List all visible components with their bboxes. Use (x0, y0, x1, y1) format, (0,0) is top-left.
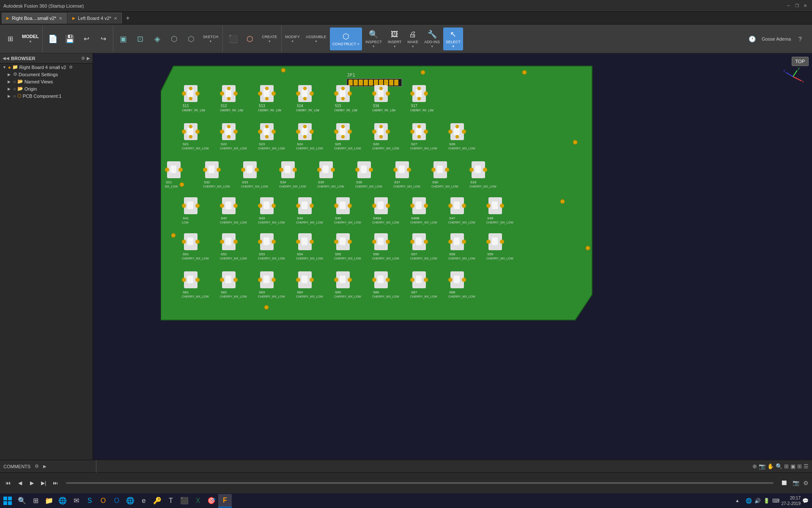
tray-icon-2[interactable]: 🔊 (754, 498, 761, 504)
camera-icon[interactable]: 📷 (759, 463, 765, 469)
tab-close-right[interactable]: ✕ (59, 16, 62, 21)
minimize-button[interactable]: ─ (785, 3, 792, 9)
start-button[interactable] (0, 493, 15, 508)
timeline-bar[interactable] (66, 482, 774, 484)
taskbar-show-desktop-button[interactable]: ▲ (730, 494, 744, 508)
make-dropdown[interactable]: 🖨 MAKE ▼ (405, 28, 421, 50)
tree-named-views[interactable]: ▶ ○ 📂 Named Views (0, 78, 93, 85)
help-button[interactable]: ? (794, 33, 806, 45)
display-mode-icon[interactable]: ▣ (790, 463, 796, 469)
zoom-icon[interactable]: 🔍 (776, 463, 782, 469)
app-grid-button[interactable]: ⊞ (3, 28, 18, 50)
step-forward-button[interactable]: ▶| (39, 478, 48, 488)
pan-icon[interactable]: ✋ (767, 463, 774, 469)
grid-toggle-icon[interactable]: ⊞ (797, 463, 802, 469)
tab-right-board[interactable]: ▶ Right Boa....small v2* ✕ (2, 13, 67, 24)
timeline-settings-button[interactable]: ⚙ (803, 480, 809, 486)
construct-dropdown[interactable]: ⬡ CONSTRUCT > (330, 28, 362, 50)
tree-doc-settings[interactable]: ▶ ⚙ Document Settings (0, 71, 93, 78)
comments-settings-icon[interactable]: ⚙ (35, 464, 39, 469)
tree-root[interactable]: ▼ ● 📁 Right Board 4 small v2 ⚙ (0, 64, 93, 71)
taskbar-file-manager-button[interactable]: 📁 (42, 494, 56, 508)
notification-button[interactable]: 💬 (802, 498, 809, 504)
taskbar-office-button[interactable]: O (96, 494, 110, 508)
browser-settings-icon[interactable]: ⚙ (81, 56, 85, 61)
svg-text:S47: S47 (449, 216, 455, 220)
redo-button[interactable]: ↪ (96, 28, 111, 50)
taskbar-minecraft-button[interactable]: ⬛ (178, 494, 191, 508)
taskbar-mail-button[interactable]: ✉ (69, 494, 83, 508)
insert-dropdown[interactable]: 🖼 INSERT ▼ (385, 28, 404, 50)
sketch-btn-1[interactable]: ▣ (116, 28, 131, 50)
pcb-vis-icon[interactable]: ○ (13, 94, 16, 99)
browser-collapse-icon[interactable]: ◀◀ (3, 56, 9, 61)
create-btn-1[interactable]: ⬛ (225, 28, 241, 50)
taskbar-outlook-button[interactable]: O (110, 494, 123, 508)
orbit-icon[interactable]: ⊕ (752, 463, 757, 469)
model-selector[interactable]: MODEL ▼ (19, 26, 43, 52)
tree-origin[interactable]: ▶ ○ 📂 Origin (0, 85, 93, 92)
create-btn-2[interactable]: ⬡ (242, 28, 258, 50)
restore-button[interactable]: ❐ (793, 3, 800, 9)
taskbar-excel-button[interactable]: X (191, 494, 205, 508)
svg-point-153 (255, 168, 259, 172)
taskbar-search-button[interactable]: 🔍 (15, 494, 29, 508)
sketch-btn-5[interactable]: ⬡ (184, 28, 199, 50)
sketch-btn-4[interactable]: ⬡ (167, 28, 182, 50)
svg-text:CHERRY_MX_LOW: CHERRY_MX_LOW (220, 109, 244, 112)
taskbar-fusion-button[interactable]: F (218, 494, 232, 508)
named-views-vis-icon[interactable]: ○ (13, 79, 16, 84)
svg-point-95 (265, 135, 269, 138)
tray-icon-3[interactable]: 🔋 (763, 498, 770, 504)
taskbar-edge-button[interactable]: e (137, 494, 151, 508)
undo-button[interactable]: ↩ (79, 28, 94, 50)
taskbar-chrome-button[interactable]: 🌐 (123, 494, 137, 508)
addins-dropdown[interactable]: 🔧 ADD-INS ▼ (422, 28, 442, 50)
svg-point-51 (348, 91, 352, 96)
canvas-area[interactable]: TOP X Y Z JP1 (93, 53, 812, 460)
create-dropdown[interactable]: CREATE ▼ (259, 28, 280, 50)
comments-collapse-icon[interactable]: ▶ (43, 464, 47, 469)
step-back-button[interactable]: ◀ (15, 478, 25, 488)
svg-point-334 (410, 278, 414, 282)
svg-rect-16 (379, 80, 383, 86)
taskbar-teams-button[interactable]: T (164, 494, 178, 508)
clock-icon[interactable]: 🕐 (746, 33, 758, 45)
root-settings-icon[interactable]: ⚙ (69, 65, 73, 69)
modify-dropdown[interactable]: MODIFY ▼ (283, 28, 302, 50)
tray-icon-1[interactable]: 🌐 (746, 498, 752, 504)
taskbar-skype-button[interactable]: S (83, 494, 96, 508)
sketch-btn-2[interactable]: ⊡ (133, 28, 148, 50)
taskbar-task-view-button[interactable]: ⊞ (29, 494, 42, 508)
step-forward-last-button[interactable]: ⏭ (51, 478, 60, 488)
tray-icon-4[interactable]: ⌨ (772, 498, 779, 504)
tab-left-board[interactable]: ▶ Left Board 4 v2* ✕ (68, 13, 122, 24)
user-name[interactable]: Gosse Adema (762, 36, 791, 41)
root-visibility-icon[interactable]: ● (8, 65, 11, 70)
top-view-button[interactable]: TOP (792, 57, 809, 66)
camera-record-icon[interactable]: 📷 (791, 478, 801, 488)
record-icon[interactable]: ⬜ (779, 478, 789, 488)
status-bar: COMMENTS ⚙ ▶ ⊕ 📷 ✋ 🔍 ⊞ ▣ ⊞ ☰ (0, 460, 812, 472)
browser-collapse-btn[interactable]: ▶ (87, 56, 90, 61)
origin-vis-icon[interactable]: ○ (13, 86, 16, 91)
new-button[interactable]: 📄 (45, 28, 60, 50)
tree-pcb-component[interactable]: ▶ ○ ⬡ PCB Component:1 (0, 92, 93, 99)
new-tab-button[interactable]: + (123, 13, 133, 23)
inspect-dropdown[interactable]: 🔍 INSPECT ▼ (363, 28, 384, 50)
step-back-first-button[interactable]: ⏮ (3, 478, 13, 488)
save-button[interactable]: 💾 (62, 28, 77, 50)
taskbar-bitwarden-button[interactable]: 🔑 (151, 494, 164, 508)
select-dropdown[interactable]: ↖ SELECT ▼ (443, 28, 463, 50)
sketch-dropdown[interactable]: SKETCH ▼ (200, 28, 221, 50)
view-options-icon[interactable]: ☰ (804, 463, 809, 469)
play-button[interactable]: ▶ (27, 478, 36, 488)
taskbar-explorer-button[interactable]: 🌐 (56, 494, 69, 508)
system-clock[interactable]: 20:17 27-2-2019 (781, 495, 801, 506)
close-button[interactable]: ✕ (802, 3, 809, 9)
sketch-btn-3[interactable]: ◈ (150, 28, 165, 50)
taskbar-misc-button[interactable]: 🎯 (205, 494, 218, 508)
assemble-dropdown[interactable]: ASSEMBLE ▼ (303, 28, 329, 50)
tab-close-left[interactable]: ✕ (114, 16, 117, 21)
zoom-fit-icon[interactable]: ⊞ (784, 463, 789, 469)
